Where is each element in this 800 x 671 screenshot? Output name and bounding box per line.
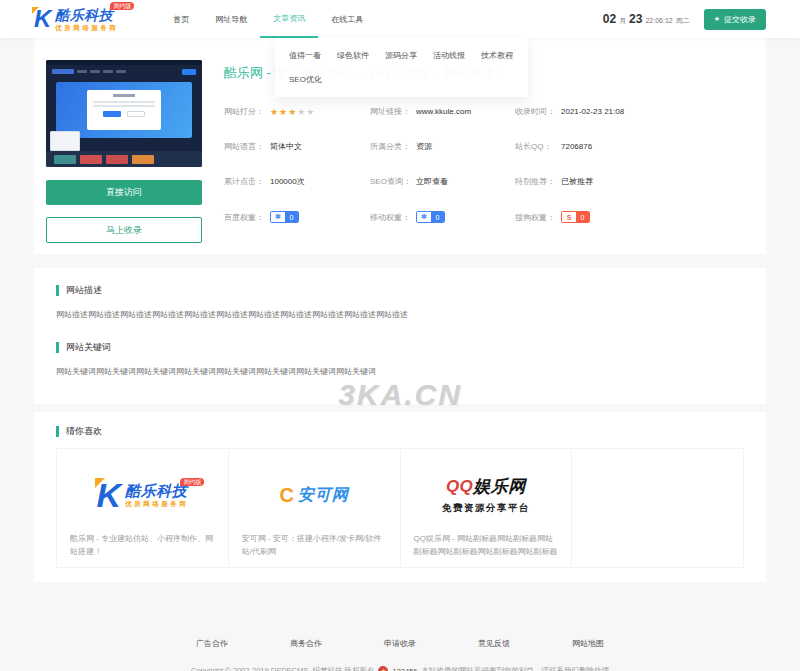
brand-tagline: 优质网络服务商 — [55, 25, 118, 32]
section-marker — [56, 285, 59, 296]
brand-name: 酷乐科技 — [55, 7, 113, 23]
icp-number[interactable]: 123456 — [392, 667, 417, 671]
date-weekday: 周二 — [676, 16, 690, 26]
site-logo[interactable]: K 酷乐科技 简约版 优质网络服务商 — [34, 7, 118, 32]
footer-link-feedback[interactable]: 意见反馈 — [478, 638, 510, 649]
qq-entertainment-logo: QQ娱乐网 免费资源分享平台 — [414, 459, 559, 532]
copyright-line: Copyright © 2002-2019 DEDECMS. 织梦科技 版权所有… — [34, 666, 766, 671]
sogou-weight-badge: S 0 — [561, 211, 590, 223]
mobile-paw-icon: ✽ — [417, 212, 431, 222]
anke-logo: C 安可网 — [242, 459, 387, 532]
site-keywords-text: 网站关键词网站关键词网站关键词网站关键词网站关键词网站关键词网站关键词网站关键词 — [56, 366, 744, 378]
footer-link-sitemap[interactable]: 网站地图 — [572, 638, 604, 649]
baidu-paw-icon: ✽ — [271, 212, 285, 222]
url-field: 网址链接： www.kkule.com — [370, 106, 515, 117]
recommend-field: 特别推荐： 已被推荐 — [515, 176, 742, 187]
recommend-grid: K 酷乐科技 简约版 优质网络服务商 酷乐网 - 专业建站仿站、小程序制作、网站… — [56, 448, 744, 568]
nav-articles[interactable]: 文章资讯 — [260, 0, 318, 38]
mobile-weight-field: 移动权重： ✽ 0 — [370, 211, 515, 223]
menu-item-green-software[interactable]: 绿色软件 — [337, 50, 369, 61]
footer-link-ads[interactable]: 广告合作 — [196, 638, 228, 649]
logo-k-icon: K — [97, 478, 122, 512]
recommend-desc: QQ娱乐网 - 网站副标题网站副标题网站副标题网站副标题网站副标题网站副标题 — [414, 532, 559, 559]
mobile-weight-badge: ✽ 0 — [416, 211, 445, 223]
include-now-button[interactable]: 马上收录 — [46, 217, 202, 243]
nav-directory[interactable]: 网址导航 — [202, 0, 260, 38]
anke-c-icon: C — [279, 485, 293, 505]
language-field: 网站语言： 简体中文 — [224, 141, 370, 152]
menu-item-activity[interactable]: 活动线报 — [433, 50, 465, 61]
nav-tools[interactable]: 在线工具 — [318, 0, 376, 38]
kule-logo: K 酷乐科技 简约版 优质网络服务商 — [70, 459, 215, 532]
recommend-desc: 酷乐网 - 专业建站仿站、小程序制作、网站搭建！ — [70, 532, 215, 559]
recommend-item-qq[interactable]: QQ娱乐网 免费资源分享平台 QQ娱乐网 - 网站副标题网站副标题网站副标题网站… — [401, 449, 572, 567]
recommend-card: 猜你喜欢 K 酷乐科技 简约版 优质网络服务商 酷乐网 - — [34, 412, 766, 582]
site-url-link[interactable]: www.kkule.com — [416, 107, 471, 116]
footer-link-apply[interactable]: 申请收录 — [384, 638, 416, 649]
main-nav: 首页 网址导航 文章资讯 在线工具 — [160, 0, 376, 38]
footer-link-business[interactable]: 商务合作 — [290, 638, 322, 649]
section-marker — [56, 426, 59, 437]
brand-badge: 简约版 — [110, 2, 134, 10]
menu-item-source-share[interactable]: 源码分享 — [385, 50, 417, 61]
section-marker — [56, 342, 59, 353]
visit-site-button[interactable]: 直接访问 — [46, 180, 202, 205]
desc-section-header: 网站描述 — [56, 284, 744, 297]
star-icon: ★ — [714, 15, 720, 23]
footer-links: 广告合作 商务合作 申请收录 意见反馈 网站地图 — [34, 638, 766, 649]
submit-site-button[interactable]: ★ 提交收录 — [704, 9, 766, 30]
datetime-display: 02 月 23 22:06:12 周二 — [603, 12, 690, 26]
sogou-weight-field: 搜狗权重： S 0 — [515, 211, 742, 223]
baidu-weight-badge: ✽ 0 — [270, 211, 299, 223]
nav-home[interactable]: 首页 — [160, 0, 202, 38]
description-card: 网站描述 网站描述网站描述网站描述网站描述网站描述网站描述网站描述网站描述网站描… — [34, 268, 766, 404]
sogou-s-icon: S — [562, 212, 576, 222]
baidu-weight-field: 百度权重： ✽ 0 — [224, 211, 370, 223]
menu-item-seo[interactable]: SEO优化 — [289, 74, 514, 85]
rating-field: 网站打分： ★★★ ★★ — [224, 106, 370, 117]
logo-k-icon: K — [34, 7, 51, 31]
date-day-month: 02 — [603, 12, 616, 26]
site-detail-grid: 网站打分： ★★★ ★★ 网址链接： www.kkule.com 收录时间： 2… — [224, 106, 742, 223]
rating-stars-empty: ★★ — [297, 107, 315, 117]
clicks-field: 累计点击： 100000次 — [224, 176, 370, 187]
recommend-item-empty — [572, 449, 743, 567]
top-header: K 酷乐科技 简约版 优质网络服务商 首页 网址导航 文章资讯 在线工具 02 … — [0, 0, 800, 38]
watermark: 3KA.CN — [338, 378, 462, 412]
page: K 酷乐科技 简约版 优质网络服务商 首页 网址导航 文章资讯 在线工具 02 … — [0, 0, 800, 671]
emblem-icon: ★ — [378, 666, 388, 671]
seo-query-field: SEO查询： 立即查看 — [370, 176, 515, 187]
date-time: 22:06:12 — [645, 17, 672, 24]
like-section-header: 猜你喜欢 — [56, 425, 744, 438]
site-thumbnail[interactable] — [46, 60, 202, 167]
recommend-item-anke[interactable]: C 安可网 安可网 - 安可：搭建小程序/发卡网/软件站/代刷网 — [229, 449, 400, 567]
category-field: 所属分类： 资源 — [370, 141, 515, 152]
recommend-desc: 安可网 - 安可：搭建小程序/发卡网/软件站/代刷网 — [242, 532, 387, 559]
menu-item-tech-tutorial[interactable]: 技术教程 — [481, 50, 513, 61]
category-link[interactable]: 资源 — [416, 141, 432, 152]
site-description-text: 网站描述网站描述网站描述网站描述网站描述网站描述网站描述网站描述网站描述网站描述… — [56, 309, 744, 321]
seo-query-link[interactable]: 立即查看 — [416, 176, 448, 187]
include-time-field: 收录时间： 2021-02-23 21:08 — [515, 106, 742, 117]
keywords-section-header: 网站关键词 — [56, 341, 744, 354]
rating-stars-filled: ★★★ — [270, 107, 297, 117]
footer: 广告合作 商务合作 申请收录 意见反馈 网站地图 Copyright © 200… — [34, 638, 766, 671]
articles-dropdown-menu: 值得一看 绿色软件 源码分享 活动线报 技术教程 SEO优化 — [275, 38, 528, 97]
recommend-item-kule[interactable]: K 酷乐科技 简约版 优质网络服务商 酷乐网 - 专业建站仿站、小程序制作、网站… — [57, 449, 228, 567]
webmaster-qq-field: 站长QQ： 7206876 — [515, 141, 742, 152]
menu-item-worth-seeing[interactable]: 值得一看 — [289, 50, 321, 61]
date-month-label: 月 — [619, 16, 626, 26]
date-day: 23 — [629, 12, 642, 26]
